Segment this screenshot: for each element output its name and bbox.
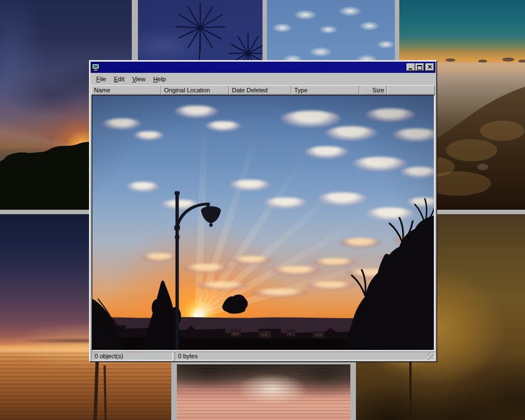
minimize-icon <box>409 68 412 70</box>
menu-bar: File Edit View Help <box>91 73 435 85</box>
desktop-photo-pink-water-reflection <box>177 364 350 420</box>
column-header-date-deleted[interactable]: Date Deleted <box>229 85 291 95</box>
thin-pole <box>409 360 412 420</box>
menu-file[interactable]: File <box>92 75 110 84</box>
minimize-button[interactable] <box>407 63 415 71</box>
maximize-button[interactable] <box>415 63 424 71</box>
maximize-icon <box>417 65 422 70</box>
sunset-lamp-photo <box>92 96 434 350</box>
recycle-bin-window: File Edit View Help Name Original Locati… <box>89 60 437 362</box>
column-header-type[interactable]: Type <box>291 85 359 95</box>
status-size: 0 bytes <box>175 352 435 360</box>
menu-edit[interactable]: Edit <box>110 75 128 84</box>
status-bar: 0 object(s) 0 bytes <box>91 352 435 360</box>
window-titlebar[interactable] <box>91 62 435 73</box>
desktop: File Edit View Help Name Original Locati… <box>0 0 525 420</box>
status-object-count: 0 object(s) <box>91 352 173 360</box>
menu-view-label: iew <box>136 76 146 82</box>
column-header-name[interactable]: Name <box>91 85 161 95</box>
resize-grip[interactable] <box>427 353 434 360</box>
column-header-blank[interactable] <box>387 85 435 95</box>
status-size-label: 0 bytes <box>178 353 197 359</box>
file-list-area[interactable] <box>91 95 435 351</box>
computer-icon <box>92 63 100 72</box>
menu-edit-label: dit <box>118 76 125 82</box>
water-ripples <box>177 364 350 420</box>
menu-view-hotkey: V <box>132 76 136 82</box>
menu-help[interactable]: Help <box>149 75 170 84</box>
column-header-original-location[interactable]: Original Location <box>161 85 229 95</box>
menu-file-hotkey: F <box>96 76 100 82</box>
menu-edit-hotkey: E <box>114 76 118 82</box>
vignette <box>92 96 434 350</box>
close-icon <box>428 65 432 69</box>
close-button[interactable] <box>425 63 434 71</box>
column-header-size[interactable]: Size <box>359 85 387 95</box>
window-controls <box>407 63 434 71</box>
column-headers: Name Original Location Date Deleted Type… <box>91 85 435 95</box>
menu-view[interactable]: View <box>128 75 150 84</box>
menu-help-label: elp <box>157 76 166 82</box>
menu-file-label: ile <box>100 76 106 82</box>
